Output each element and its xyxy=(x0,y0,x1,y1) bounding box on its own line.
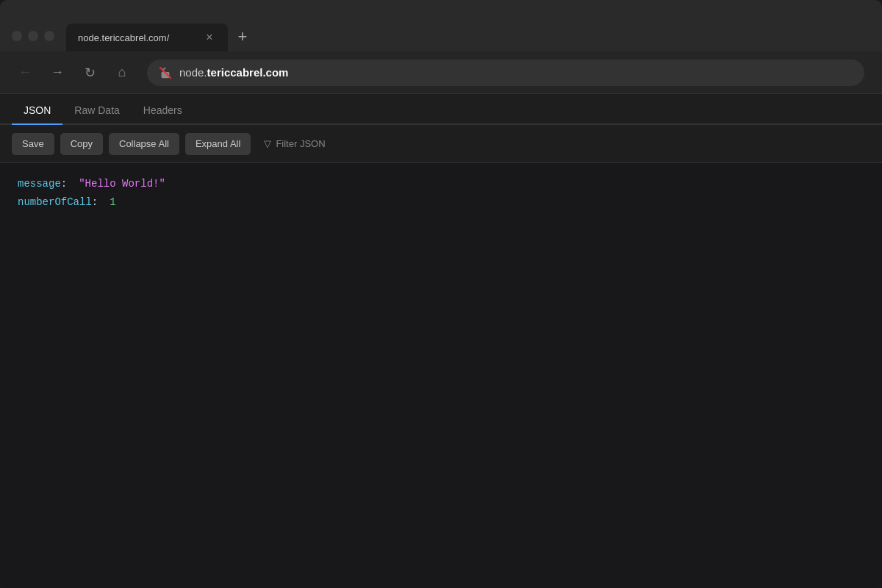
forward-button[interactable]: → xyxy=(44,60,71,86)
json-colon-number-of-call: : xyxy=(92,193,98,212)
security-icon xyxy=(159,66,172,79)
browser-window: node.tericcabrel.com/ × + ← → ↻ ⌂ xyxy=(0,0,882,588)
collapse-all-button[interactable]: Collapse All xyxy=(109,133,179,155)
tabs-area: node.tericcabrel.com/ × + xyxy=(66,24,870,51)
tab-headers[interactable]: Headers xyxy=(132,98,194,125)
forward-icon: → xyxy=(51,65,64,80)
close-button[interactable] xyxy=(12,31,22,41)
home-button[interactable]: ⌂ xyxy=(109,60,135,86)
refresh-icon: ↻ xyxy=(85,65,96,81)
copy-button[interactable]: Copy xyxy=(60,133,103,155)
address-bar[interactable]: node.tericcabrel.com xyxy=(147,60,864,86)
filter-json-button[interactable]: ▽ Filter JSON xyxy=(257,133,332,155)
home-icon: ⌂ xyxy=(118,65,126,80)
refresh-button[interactable]: ↻ xyxy=(76,60,103,86)
json-value-message: "Hello World!" xyxy=(79,175,165,193)
json-value-number-of-call: 1 xyxy=(110,193,115,212)
new-tab-button[interactable]: + xyxy=(231,25,254,49)
filter-icon: ▽ xyxy=(264,138,271,149)
back-button[interactable]: ← xyxy=(12,60,38,86)
minimize-button[interactable] xyxy=(28,31,38,41)
address-domain: tericcabrel.com xyxy=(207,66,289,79)
tab-title: node.tericcabrel.com/ xyxy=(78,32,196,43)
maximize-button[interactable] xyxy=(44,31,54,41)
tab-raw-data[interactable]: Raw Data xyxy=(62,98,131,125)
viewer-tabs: JSON Raw Data Headers xyxy=(0,94,882,125)
json-row-number-of-call: numberOfCall : 1 xyxy=(18,193,864,212)
nav-bar: ← → ↻ ⌂ node.tericcab xyxy=(0,51,882,94)
json-content: message : "Hello World!" numberOfCall : … xyxy=(0,163,882,588)
save-button[interactable]: Save xyxy=(12,133,54,155)
json-row-message: message : "Hello World!" xyxy=(18,175,864,193)
address-text: node.tericcabrel.com xyxy=(179,66,288,79)
browser-tab[interactable]: node.tericcabrel.com/ × xyxy=(66,24,228,51)
toolbar: Save Copy Collapse All Expand All ▽ Filt… xyxy=(0,125,882,163)
json-key-number-of-call: numberOfCall xyxy=(18,193,92,212)
json-colon-message: : xyxy=(61,175,67,193)
filter-label: Filter JSON xyxy=(276,138,325,149)
traffic-lights xyxy=(12,31,54,41)
back-icon: ← xyxy=(18,65,32,80)
json-key-message: message xyxy=(18,175,61,193)
tab-json[interactable]: JSON xyxy=(12,98,62,125)
title-bar: node.tericcabrel.com/ × + xyxy=(0,0,882,51)
expand-all-button[interactable]: Expand All xyxy=(185,133,251,155)
tab-close-button[interactable]: × xyxy=(203,31,216,44)
